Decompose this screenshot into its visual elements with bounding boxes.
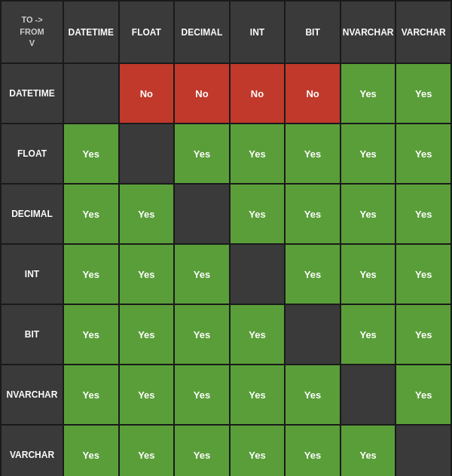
cell-nvarchar-datetime: Yes — [64, 365, 118, 424]
row-header-varchar: VARCHAR — [2, 426, 63, 476]
cell-decimal-bit: Yes — [286, 185, 340, 243]
cell-decimal-int: Yes — [231, 185, 285, 243]
cell-nvarchar-decimal: Yes — [175, 365, 229, 424]
cell-int-datetime: Yes — [64, 245, 118, 304]
cell-varchar-datetime: Yes — [64, 426, 118, 476]
cell-varchar-varchar — [396, 426, 450, 476]
cell-datetime-datetime — [64, 64, 118, 123]
corner-text: TO ->FROMV — [20, 14, 44, 49]
col-header-nvarchar: NVARCHAR — [341, 2, 396, 63]
cell-datetime-bit: No — [286, 64, 340, 123]
cell-float-int: Yes — [231, 124, 285, 183]
cell-int-varchar: Yes — [396, 245, 450, 304]
cell-bit-varchar: Yes — [396, 305, 450, 364]
cell-int-bit: Yes — [286, 245, 340, 304]
cell-decimal-datetime: Yes — [64, 185, 118, 243]
col-header-datetime: DATETIME — [64, 2, 118, 63]
cell-datetime-nvarchar: Yes — [341, 64, 396, 123]
row-header-datetime: DATETIME — [2, 64, 63, 123]
cell-bit-decimal: Yes — [175, 305, 229, 364]
cell-varchar-float: Yes — [120, 426, 174, 476]
corner-cell: TO ->FROMV — [2, 2, 63, 63]
cell-float-bit: Yes — [286, 124, 340, 183]
cell-int-int — [231, 245, 285, 304]
cell-nvarchar-float: Yes — [120, 365, 174, 424]
cell-varchar-bit: Yes — [286, 426, 340, 476]
row-header-float: FLOAT — [2, 124, 63, 183]
col-header-decimal: DECIMAL — [175, 2, 229, 63]
cell-datetime-int: No — [231, 64, 285, 123]
cell-int-decimal: Yes — [175, 245, 229, 304]
cell-bit-nvarchar: Yes — [341, 305, 396, 364]
col-header-int: INT — [231, 2, 285, 63]
cell-bit-float: Yes — [120, 305, 174, 364]
compatibility-grid: TO ->FROMV DATETIME FLOAT DECIMAL INT BI… — [0, 0, 452, 476]
cell-bit-int: Yes — [231, 305, 285, 364]
cell-datetime-varchar: Yes — [396, 64, 450, 123]
cell-decimal-nvarchar: Yes — [341, 185, 396, 243]
cell-float-decimal: Yes — [175, 124, 229, 183]
cell-decimal-varchar: Yes — [396, 185, 450, 243]
col-header-bit: BIT — [286, 2, 340, 63]
row-header-bit: BIT — [2, 305, 63, 364]
row-header-nvarchar: NVARCHAR — [2, 365, 63, 424]
cell-nvarchar-int: Yes — [231, 365, 285, 424]
cell-float-nvarchar: Yes — [341, 124, 396, 183]
cell-bit-datetime: Yes — [64, 305, 118, 364]
row-header-decimal: DECIMAL — [2, 185, 63, 243]
cell-decimal-decimal — [175, 185, 229, 243]
cell-float-varchar: Yes — [396, 124, 450, 183]
cell-nvarchar-nvarchar — [341, 365, 396, 424]
cell-int-float: Yes — [120, 245, 174, 304]
col-header-float: FLOAT — [120, 2, 174, 63]
cell-int-nvarchar: Yes — [341, 245, 396, 304]
cell-varchar-int: Yes — [231, 426, 285, 476]
cell-varchar-decimal: Yes — [175, 426, 229, 476]
row-header-int: INT — [2, 245, 63, 304]
cell-varchar-nvarchar: Yes — [341, 426, 396, 476]
cell-decimal-float: Yes — [120, 185, 174, 243]
cell-float-float — [120, 124, 174, 183]
col-header-varchar: VARCHAR — [396, 2, 450, 63]
cell-nvarchar-bit: Yes — [286, 365, 340, 424]
cell-datetime-decimal: No — [175, 64, 229, 123]
cell-datetime-float: No — [120, 64, 174, 123]
cell-bit-bit — [286, 305, 340, 364]
cell-nvarchar-varchar: Yes — [396, 365, 450, 424]
cell-float-datetime: Yes — [64, 124, 118, 183]
